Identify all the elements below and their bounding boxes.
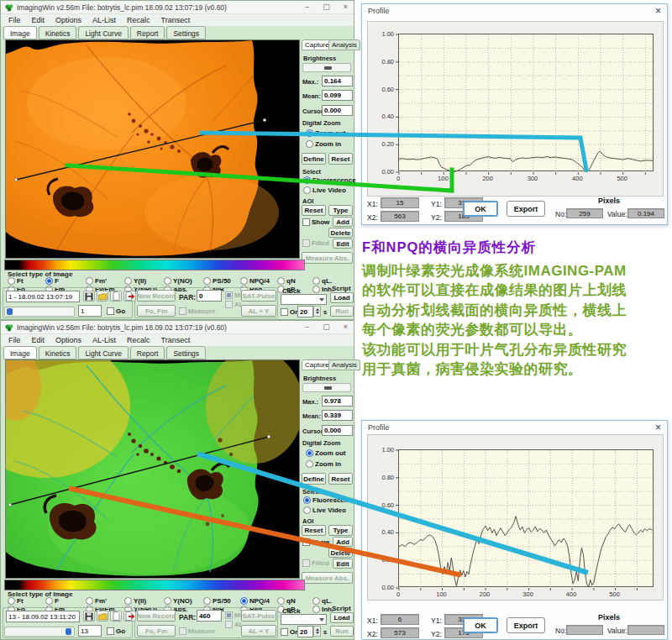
par-field[interactable]: 460 bbox=[197, 610, 222, 622]
tab-image[interactable]: Image bbox=[3, 26, 37, 39]
tab-capture[interactable]: Capture bbox=[302, 359, 332, 370]
brightness-slider[interactable] bbox=[302, 383, 351, 392]
measure-abs-button[interactable]: Measure Abs. bbox=[302, 252, 353, 264]
close-icon[interactable]: × bbox=[655, 422, 661, 434]
tab-light-curve[interactable]: Light Curve bbox=[78, 26, 128, 39]
live-video-radio[interactable]: Live Video bbox=[303, 506, 346, 514]
fo-fm-button[interactable]: Fo, Fm bbox=[137, 305, 176, 317]
menu-edit[interactable]: Edit bbox=[32, 336, 45, 344]
close-button[interactable]: × bbox=[344, 3, 348, 11]
aoi-reset-button[interactable]: Reset bbox=[302, 205, 326, 216]
tab-capture[interactable]: Capture bbox=[302, 39, 332, 50]
reset-zoom-button[interactable]: Reset bbox=[328, 153, 353, 165]
menu-al-list[interactable]: AL-List bbox=[92, 16, 116, 24]
aoi-edit-button[interactable]: Edit bbox=[333, 559, 353, 569]
image-type-radio-qN[interactable]: qN bbox=[277, 597, 296, 605]
tab-analysis[interactable]: Analysis bbox=[328, 39, 360, 50]
define-button[interactable]: Define bbox=[302, 473, 326, 485]
go-checkbox[interactable]: Go bbox=[107, 307, 125, 315]
record-number-field[interactable]: 1 bbox=[78, 305, 102, 317]
aoi-delete-button[interactable]: Delete bbox=[328, 548, 353, 558]
live-video-radio[interactable]: Live Video bbox=[303, 186, 346, 194]
interval-spinner[interactable] bbox=[313, 306, 321, 317]
aoi-add-button[interactable]: Add bbox=[333, 217, 353, 227]
image-type-radio-Y(NO)[interactable]: Y(NO) bbox=[164, 277, 192, 285]
ok-button[interactable]: OK bbox=[463, 201, 498, 217]
new-file-icon[interactable] bbox=[110, 611, 122, 622]
close-button[interactable]: × bbox=[344, 323, 348, 331]
record-slider[interactable] bbox=[4, 627, 75, 637]
al-y-button[interactable]: AL + Y bbox=[241, 305, 276, 317]
sat-pulse-button[interactable]: SAT-Pulse bbox=[241, 290, 276, 302]
script-load-button[interactable]: Load bbox=[330, 612, 354, 623]
filled-checkbox[interactable]: Filled bbox=[302, 239, 329, 247]
clock-dropdown[interactable] bbox=[281, 294, 327, 305]
brightness-slider[interactable] bbox=[302, 63, 351, 72]
image-type-radio-Fm'[interactable]: Fm' bbox=[86, 277, 107, 285]
export-record-icon[interactable] bbox=[123, 291, 136, 302]
clock-on-checkbox[interactable]: On bbox=[281, 628, 299, 636]
fluorescence-radio[interactable]: Fluorescence bbox=[303, 496, 356, 504]
fo-fm-button[interactable]: Fo, Fm bbox=[137, 625, 176, 637]
filled-checkbox[interactable]: Filled bbox=[302, 559, 329, 567]
measure-checkbox[interactable]: Measure bbox=[179, 627, 215, 635]
fluorescence-image-F[interactable] bbox=[5, 39, 300, 259]
image-type-radio-qL.[interactable]: qL. bbox=[312, 277, 332, 285]
go-checkbox[interactable]: Go bbox=[107, 627, 125, 635]
zoom-in-radio[interactable]: Zoom in bbox=[306, 460, 341, 468]
show-checkbox[interactable]: Show bbox=[302, 538, 329, 546]
tab-kinetics[interactable]: Kinetics bbox=[39, 26, 77, 39]
image-type-radio-Ft[interactable]: Ft bbox=[8, 597, 24, 605]
menu-al-list[interactable]: AL-List bbox=[92, 336, 116, 344]
zoom-in-radio[interactable]: Zoom in bbox=[306, 140, 341, 148]
image-type-radio-PS/50[interactable]: PS/50 bbox=[203, 277, 231, 285]
menu-recalc[interactable]: Recalc bbox=[127, 336, 150, 344]
export-button[interactable]: Export bbox=[507, 617, 545, 633]
al-y-button[interactable]: AL + Y bbox=[241, 625, 276, 637]
maximize-button[interactable]: ▢ bbox=[323, 323, 330, 331]
tab-settings[interactable]: Settings bbox=[166, 346, 206, 359]
ok-button[interactable]: OK bbox=[463, 617, 498, 633]
new-file-icon[interactable] bbox=[110, 291, 122, 302]
maximize-button[interactable]: ▢ bbox=[323, 3, 330, 11]
menu-options[interactable]: Options bbox=[55, 16, 81, 24]
menu-recalc[interactable]: Recalc bbox=[127, 16, 150, 24]
aoi-add-button[interactable]: Add bbox=[333, 537, 353, 547]
show-checkbox[interactable]: Show bbox=[302, 218, 329, 226]
image-type-radio-PS/50[interactable]: PS/50 bbox=[203, 597, 231, 605]
tab-light-curve[interactable]: Light Curve bbox=[78, 346, 128, 359]
open-folder-icon[interactable] bbox=[97, 611, 108, 622]
image-type-radio-NPQ/4[interactable]: NPQ/4 bbox=[240, 277, 270, 285]
sat-pulse-button[interactable]: SAT-Pulse bbox=[241, 610, 276, 622]
define-button[interactable]: Define bbox=[302, 153, 326, 165]
tab-report[interactable]: Report bbox=[130, 346, 165, 359]
new-record-button[interactable]: New Record bbox=[137, 610, 176, 622]
image-type-radio-qN[interactable]: qN bbox=[277, 277, 296, 285]
script-run-button[interactable]: Run bbox=[330, 306, 354, 317]
zoom-out-radio[interactable]: Zoom out bbox=[306, 129, 345, 137]
menu-edit[interactable]: Edit bbox=[32, 16, 45, 24]
interval-spinner[interactable] bbox=[313, 626, 321, 637]
record-number-field[interactable]: 13 bbox=[78, 625, 102, 637]
fluorescence-image-NPQ[interactable] bbox=[5, 359, 300, 579]
zoom-out-radio[interactable]: Zoom out bbox=[306, 449, 345, 457]
export-record-icon[interactable] bbox=[123, 611, 136, 622]
menu-transect[interactable]: Transect bbox=[161, 336, 191, 344]
image-type-radio-Y(NO)[interactable]: Y(NO) bbox=[164, 597, 192, 605]
tab-settings[interactable]: Settings bbox=[166, 26, 206, 39]
aoi-reset-button[interactable]: Reset bbox=[302, 525, 326, 536]
menu-options[interactable]: Options bbox=[55, 336, 81, 344]
export-button[interactable]: Export bbox=[507, 201, 545, 217]
script-run-button[interactable]: Run bbox=[330, 626, 354, 637]
image-type-radio-F[interactable]: F bbox=[45, 597, 59, 605]
tab-report[interactable]: Report bbox=[130, 26, 165, 39]
measure-abs-button[interactable]: Measure Abs. bbox=[302, 572, 353, 584]
clock-interval-field[interactable]: 20 bbox=[297, 306, 313, 317]
fluorescence-radio[interactable]: Fluorescence bbox=[303, 176, 356, 184]
new-record-button[interactable]: New Record bbox=[137, 290, 176, 302]
tab-image[interactable]: Image bbox=[3, 346, 37, 359]
image-type-radio-Y(II)[interactable]: Y(II) bbox=[124, 597, 146, 605]
image-type-radio-Fm'[interactable]: Fm' bbox=[86, 597, 107, 605]
aoi-delete-button[interactable]: Delete bbox=[328, 228, 353, 238]
clock-interval-field[interactable]: 20 bbox=[297, 626, 313, 637]
